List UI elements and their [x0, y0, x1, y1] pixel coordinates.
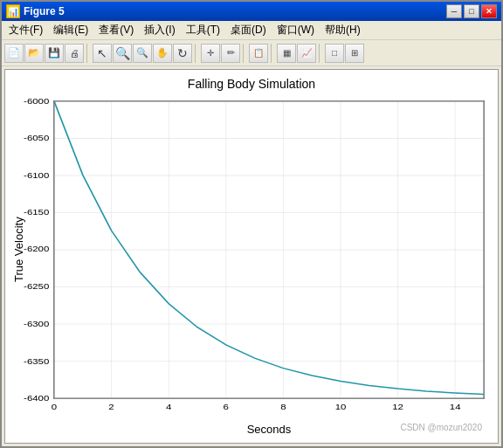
menu-view[interactable]: 查看(V) [93, 21, 139, 39]
chart-inner: -6000 -6050 -6100 -6150 -6200 -6250 -630… [53, 100, 485, 399]
tool-clipboard[interactable]: 📋 [249, 44, 268, 63]
tool-zoom-in[interactable]: 🔍 [113, 44, 132, 63]
svg-text:8: 8 [280, 402, 286, 411]
toolbar-separator-5 [319, 44, 322, 63]
menu-help[interactable]: 帮助(H) [320, 21, 366, 39]
title-bar: 📊 Figure 5 ─ □ ✕ [2, 2, 501, 21]
chart-svg: -6000 -6050 -6100 -6150 -6200 -6250 -630… [54, 101, 484, 398]
maximize-button[interactable]: □ [464, 4, 479, 18]
title-controls: ─ □ ✕ [446, 4, 497, 18]
svg-text:-6400: -6400 [24, 393, 49, 403]
tool-prop-editor[interactable]: □ [325, 44, 344, 63]
svg-text:-6200: -6200 [24, 244, 49, 253]
tool-rotate[interactable]: ↻ [173, 44, 192, 63]
toolbar: 📄 📂 💾 🖨 ↖ 🔍 🔍 ✋ ↻ ✛ ✏ 📋 ▦ 📈 □ ⊞ [2, 40, 501, 66]
toolbar-separator-4 [271, 44, 274, 63]
tool-layout[interactable]: ⊞ [345, 44, 364, 63]
close-button[interactable]: ✕ [481, 4, 497, 18]
toolbar-separator-3 [243, 44, 246, 63]
svg-text:4: 4 [166, 402, 171, 411]
svg-text:10: 10 [335, 402, 347, 411]
tool-data-cursor[interactable]: ✛ [201, 44, 220, 63]
menu-desktop[interactable]: 桌面(D) [225, 21, 272, 39]
toolbar-separator-1 [86, 44, 90, 63]
tool-zoom-out[interactable]: 🔍 [133, 44, 152, 63]
svg-text:-6300: -6300 [24, 319, 49, 328]
svg-text:6: 6 [224, 402, 229, 411]
tool-open[interactable]: 📂 [24, 44, 44, 63]
tool-new[interactable]: 📄 [4, 44, 24, 63]
tool-print[interactable]: 🖨 [65, 44, 84, 63]
toolbar-separator-2 [195, 44, 198, 63]
window-title: Figure 5 [24, 5, 65, 17]
tool-cursor[interactable]: ↖ [93, 44, 112, 63]
tool-pan[interactable]: ✋ [153, 44, 172, 63]
svg-text:-6050: -6050 [24, 133, 49, 142]
tool-plot-browser[interactable]: 📈 [297, 44, 316, 63]
title-bar-left: 📊 Figure 5 [6, 4, 65, 18]
minimize-button[interactable]: ─ [446, 4, 462, 18]
svg-text:-6150: -6150 [24, 207, 49, 217]
menu-bar: 文件(F) 编辑(E) 查看(V) 插入(I) 工具(T) 桌面(D) 窗口(W… [2, 21, 501, 40]
watermark: CSDN @mozun2020 [400, 423, 482, 432]
tool-figure-palette[interactable]: ▦ [277, 44, 296, 63]
menu-file[interactable]: 文件(F) [3, 21, 48, 39]
app-icon: 📊 [6, 4, 20, 18]
chart-title: Falling Body Simulation [5, 77, 498, 91]
velocity-curve [54, 101, 484, 394]
menu-tools[interactable]: 工具(T) [181, 21, 225, 39]
svg-text:14: 14 [450, 402, 461, 411]
svg-text:-6250: -6250 [24, 281, 49, 291]
svg-text:-6000: -6000 [24, 96, 49, 106]
svg-text:-6350: -6350 [24, 355, 49, 365]
plot-area: Falling Body Simulation True Velocity Se… [4, 69, 499, 444]
main-window: 📊 Figure 5 ─ □ ✕ 文件(F) 编辑(E) 查看(V) 插入(I)… [0, 0, 503, 448]
menu-edit[interactable]: 编辑(E) [48, 21, 93, 39]
menu-window[interactable]: 窗口(W) [272, 21, 320, 39]
svg-text:2: 2 [108, 402, 114, 411]
svg-text:-6100: -6100 [24, 169, 49, 179]
svg-text:12: 12 [392, 402, 403, 411]
tool-brush[interactable]: ✏ [221, 44, 240, 63]
svg-text:0: 0 [52, 402, 57, 411]
menu-insert[interactable]: 插入(I) [139, 21, 180, 39]
tool-save[interactable]: 💾 [45, 44, 64, 63]
